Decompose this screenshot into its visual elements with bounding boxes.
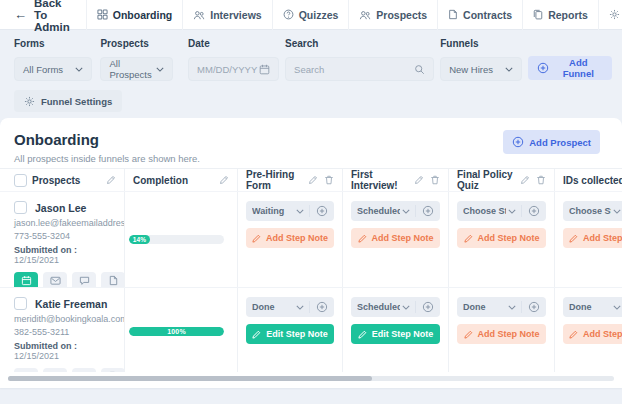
- step-note-button[interactable]: Edit Step Note: [351, 324, 440, 344]
- note-pen-icon: [464, 234, 473, 243]
- chevron-down-icon: [613, 209, 621, 214]
- step-note-button[interactable]: Add Step Note: [246, 228, 334, 248]
- search-filter-label: Search: [285, 38, 434, 49]
- add-status-icon[interactable]: [415, 205, 434, 217]
- nav-item-contracts[interactable]: Contracts: [437, 0, 522, 30]
- status-select[interactable]: Choose Status: [563, 201, 622, 221]
- column-header-completion: Completion: [125, 169, 238, 191]
- add-status-icon[interactable]: [415, 301, 434, 313]
- message-action-button[interactable]: [72, 368, 96, 373]
- prospects-filter-label: Prospects: [100, 38, 173, 49]
- date-input[interactable]: [197, 64, 259, 75]
- delete-column-icon[interactable]: [536, 175, 546, 185]
- prospect-name[interactable]: Katie Freeman: [35, 298, 107, 310]
- add-status-icon[interactable]: [521, 205, 540, 217]
- prospects-select[interactable]: All Prospects: [100, 57, 173, 81]
- nav-item-settings[interactable]: Settings: [598, 0, 622, 30]
- chevron-down-icon: [296, 209, 304, 214]
- step-note-button[interactable]: Add Step Note: [563, 324, 622, 344]
- delete-column-icon[interactable]: [324, 175, 334, 185]
- note-pen-icon: [252, 234, 261, 243]
- prospects-table: Prospects Completion Pre-Hiring Form: [0, 168, 622, 372]
- prospect-phone: 382-555-3211: [14, 327, 116, 337]
- back-label: Back To Admin: [34, 0, 70, 33]
- document-action-button[interactable]: [101, 368, 125, 373]
- search-input[interactable]: [294, 64, 414, 75]
- gear-icon: [24, 96, 35, 107]
- add-status-icon[interactable]: [309, 205, 328, 217]
- funnel-settings-button[interactable]: Funnel Settings: [14, 90, 122, 112]
- calendar-icon[interactable]: [259, 64, 270, 75]
- delete-column-icon[interactable]: [430, 175, 440, 185]
- calendar-action-button[interactable]: [14, 272, 38, 288]
- status-select[interactable]: Scheduled: [351, 297, 440, 317]
- note-pen-icon: [464, 330, 473, 339]
- email-action-button[interactable]: [43, 368, 67, 373]
- step-note-button[interactable]: Add Step Note: [457, 228, 546, 248]
- add-funnel-button[interactable]: Add Funnel: [528, 56, 612, 80]
- nav-item-quizzes[interactable]: Quizzes: [272, 0, 349, 30]
- note-pen-icon: [569, 234, 578, 243]
- document-action-button[interactable]: [101, 272, 125, 288]
- forms-filter-label: Forms: [14, 38, 92, 49]
- step-note-button[interactable]: Add Step Note: [351, 228, 440, 248]
- chevron-down-icon: [156, 67, 164, 72]
- status-select[interactable]: Choose Status: [457, 201, 546, 221]
- prospect-name[interactable]: Jason Lee: [35, 202, 86, 214]
- status-select[interactable]: Done: [563, 297, 622, 317]
- chevron-down-icon: [505, 67, 513, 72]
- question-icon: [283, 9, 294, 20]
- calendar-action-button[interactable]: [14, 368, 38, 373]
- chevron-down-icon: [75, 67, 83, 72]
- chevron-down-icon: [296, 305, 304, 310]
- edit-column-icon[interactable]: [106, 175, 116, 185]
- forms-select[interactable]: All Forms: [14, 57, 92, 81]
- gear-icon: [609, 9, 620, 20]
- message-action-button[interactable]: [72, 272, 96, 288]
- add-prospect-button[interactable]: Add Prospect: [503, 130, 600, 154]
- edit-column-icon[interactable]: [520, 175, 530, 185]
- chevron-down-icon: [508, 305, 516, 310]
- step-cell-first-interview: Scheduled Edit Step Note: [343, 288, 449, 372]
- table-row: Jason Lee jason.lee@fakeemailaddress.com…: [0, 192, 622, 288]
- page-subtitle: All prospects inside funnels are shown h…: [14, 153, 608, 164]
- prospect-email: jason.lee@fakeemailaddress.com: [14, 218, 116, 228]
- edit-column-icon[interactable]: [308, 175, 318, 185]
- nav-item-reports[interactable]: Reports: [522, 0, 598, 30]
- step-cell-final-policy-quiz: Choose Status Add Step Note: [449, 192, 555, 287]
- nav-item-interviews[interactable]: Interviews: [182, 0, 271, 30]
- contract-icon: [448, 9, 458, 20]
- plus-circle-icon: [512, 136, 524, 148]
- add-status-icon[interactable]: [521, 301, 540, 313]
- row-checkbox[interactable]: [14, 201, 27, 214]
- email-action-button[interactable]: [43, 272, 67, 288]
- step-note-button[interactable]: Edit Step Note: [246, 324, 334, 344]
- step-note-button[interactable]: Add Step Note: [457, 324, 546, 344]
- status-select[interactable]: Done: [457, 297, 546, 317]
- status-select[interactable]: Scheduled: [351, 201, 440, 221]
- edit-column-icon[interactable]: [219, 175, 229, 185]
- submitted-on: Submitted on : 12/15/2021: [14, 341, 116, 361]
- scrollbar-thumb[interactable]: [8, 376, 372, 381]
- row-checkbox[interactable]: [14, 297, 27, 310]
- completion-cell: 14%: [125, 192, 238, 287]
- select-all-checkbox[interactable]: [14, 174, 27, 187]
- chevron-down-icon: [402, 209, 410, 214]
- step-note-button[interactable]: Add Step Note: [563, 228, 622, 248]
- status-select[interactable]: Waiting: [246, 201, 334, 221]
- nav-item-prospects[interactable]: Prospects: [348, 0, 437, 30]
- horizontal-scrollbar[interactable]: [8, 376, 614, 381]
- status-select[interactable]: Done: [246, 297, 334, 317]
- step-cell-pre-hiring-form: Waiting Add Step Note: [238, 192, 343, 287]
- back-to-admin-button[interactable]: ← Back To Admin: [0, 0, 86, 33]
- nav-item-onboarding[interactable]: Onboarding: [86, 0, 183, 30]
- note-pen-icon: [252, 330, 261, 339]
- progress-bar: 100%: [129, 327, 224, 336]
- funnels-select[interactable]: New Hires: [440, 57, 521, 81]
- edit-column-icon[interactable]: [414, 175, 424, 185]
- column-header-ids-collected: IDs collected: [555, 169, 622, 191]
- add-status-icon[interactable]: [309, 301, 328, 313]
- plus-circle-icon: [537, 62, 549, 74]
- chevron-down-icon: [613, 305, 621, 310]
- step-cell-ids-collected: Done Add Step Note: [555, 288, 622, 372]
